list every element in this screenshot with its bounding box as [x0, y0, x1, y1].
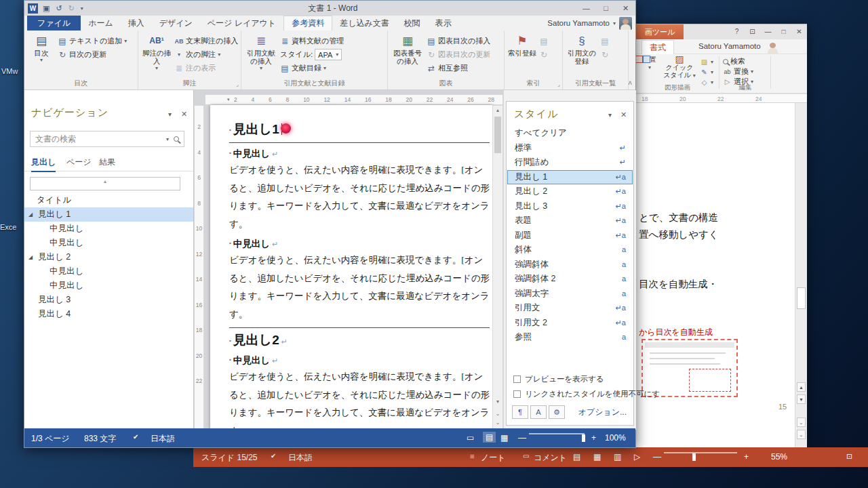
- scrollbar-thumb[interactable]: [797, 287, 806, 309]
- shape-fill-button[interactable]: ▨▾: [700, 57, 713, 67]
- checkbox-icon[interactable]: [513, 390, 521, 398]
- minimize-button[interactable]: —: [760, 24, 776, 39]
- ppt-scrollbar[interactable]: ▲ ▼ ⌄ ⌄: [795, 103, 807, 448]
- horizontal-ruler[interactable]: ▾ 246810121416182022242628: [205, 94, 503, 105]
- style-item[interactable]: 副題↵a: [507, 228, 633, 243]
- slide-counter[interactable]: スライド 15/25: [201, 452, 258, 464]
- style-item[interactable]: 表題↵a: [507, 214, 633, 228]
- nav-item-subheading[interactable]: 中見出し: [24, 222, 193, 236]
- next-page-icon[interactable]: ⌄: [493, 420, 502, 426]
- scroll-down-icon[interactable]: ▾: [493, 399, 502, 405]
- read-mode-icon[interactable]: ▭: [467, 433, 474, 443]
- show-preview-checkbox[interactable]: プレビューを表示する: [513, 374, 604, 384]
- add-text-button[interactable]: ▤テキストの追加▾: [58, 35, 127, 47]
- insert-index-button[interactable]: ▤: [539, 35, 549, 47]
- normal-view-icon[interactable]: ▤: [573, 452, 580, 462]
- tab-home[interactable]: ホーム: [81, 16, 121, 30]
- style-item[interactable]: 引用文↵a: [507, 301, 633, 316]
- nav-item-subheading[interactable]: 中見出し: [24, 264, 193, 279]
- dialog-launcher-icon[interactable]: ⌟: [236, 81, 239, 87]
- restore-button[interactable]: □: [596, 1, 616, 16]
- style-item[interactable]: 斜体a: [507, 243, 633, 258]
- style-item[interactable]: すべてクリア: [507, 126, 633, 141]
- page-indicator[interactable]: 1/3 ページ: [31, 433, 70, 445]
- new-style-button[interactable]: ¶: [512, 405, 528, 419]
- nav-item-heading1[interactable]: ◢見出し 1: [24, 207, 193, 222]
- next-footnote-button[interactable]: ▾次の脚注▾: [174, 48, 238, 61]
- style-item[interactable]: 強調太字a: [507, 287, 633, 302]
- desktop-icon-label-excel[interactable]: Exce: [0, 223, 16, 231]
- save-icon[interactable]: ▣: [43, 4, 50, 13]
- zoom-level[interactable]: 100%: [605, 433, 626, 443]
- manage-sources-button[interactable]: ≣資料文献の管理: [280, 35, 344, 47]
- collapse-triangle-icon[interactable]: ◢: [28, 250, 33, 264]
- drawing-tools-contextual-tab[interactable]: 画ツール: [636, 24, 684, 39]
- nav-tab-headings[interactable]: 見出し: [31, 157, 56, 172]
- indent-marker-icon[interactable]: ▾: [227, 97, 230, 102]
- minimize-button[interactable]: —: [576, 1, 596, 16]
- word-count[interactable]: 833 文字: [84, 433, 116, 445]
- close-button[interactable]: ✕: [616, 1, 635, 16]
- tab-insert[interactable]: 挿入: [121, 16, 152, 30]
- pane-close-icon[interactable]: ✕: [620, 110, 627, 119]
- account-name[interactable]: Satoru Yamamoto: [698, 42, 761, 50]
- slideshow-view-icon[interactable]: ▷: [634, 452, 640, 462]
- slide-sorter-view-icon[interactable]: ▦: [593, 452, 601, 462]
- previous-slide-button[interactable]: ▲: [797, 382, 806, 392]
- close-button[interactable]: ✕: [791, 24, 807, 39]
- style-item-selected[interactable]: 見出し 1↵a: [507, 170, 633, 185]
- document-search-input[interactable]: 文書の検索 ▾: [30, 131, 184, 147]
- quick-access-dropdown-icon[interactable]: ▾: [81, 5, 83, 12]
- styles-options-link[interactable]: オプション...: [578, 407, 627, 418]
- update-toc-button[interactable]: ↻目次の更新: [58, 48, 127, 61]
- tab-references[interactable]: 参考資料: [283, 16, 332, 30]
- update-table-of-authorities-button[interactable]: ↻: [600, 48, 610, 61]
- shape-outline-button[interactable]: ✎▾: [700, 67, 713, 77]
- scroll-down-icon[interactable]: ⌄: [797, 418, 806, 427]
- zoom-slider-thumb[interactable]: [692, 453, 696, 461]
- mark-citation-button[interactable]: § 引用文の登録: [565, 32, 599, 77]
- style-item[interactable]: 標準↵: [507, 141, 633, 156]
- restore-button[interactable]: □: [776, 24, 791, 39]
- pane-close-icon[interactable]: ✕: [181, 110, 187, 119]
- insert-endnote-button[interactable]: AB文末脚注の挿入: [174, 35, 238, 47]
- insert-table-of-authorities-button[interactable]: ▤: [600, 35, 610, 47]
- tab-view[interactable]: 表示: [428, 16, 459, 30]
- style-item[interactable]: 参照a: [507, 330, 633, 345]
- scrollbar-thumb[interactable]: [494, 117, 501, 153]
- collapse-ribbon-icon[interactable]: ˄: [628, 79, 632, 87]
- manage-styles-button[interactable]: ⚙: [549, 405, 565, 419]
- user-avatar[interactable]: [619, 17, 632, 30]
- replace-button[interactable]: ab置換▾: [723, 66, 753, 77]
- cross-reference-button[interactable]: ⇄相互参照: [427, 62, 490, 75]
- desktop-icon-label-vmware[interactable]: VMw: [1, 67, 18, 75]
- web-layout-icon[interactable]: ▦: [500, 433, 508, 443]
- insert-table-of-figures-button[interactable]: ▤図表目次の挿入: [427, 35, 490, 47]
- print-layout-icon[interactable]: ▤: [483, 432, 496, 443]
- insert-caption-button[interactable]: ▦ 図表番号の挿入: [390, 32, 425, 77]
- mark-index-entry-button[interactable]: ⚑ 索引登録: [507, 32, 538, 77]
- nav-item-heading4[interactable]: 見出し 4: [24, 307, 193, 321]
- jump-to-top-box[interactable]: ▴: [30, 177, 180, 190]
- fit-slide-to-window-icon[interactable]: ⊡: [846, 452, 852, 461]
- language-status[interactable]: 日本語: [288, 452, 313, 464]
- nav-item-title[interactable]: タイトル: [24, 193, 193, 207]
- reading-view-icon[interactable]: ▥: [614, 452, 621, 462]
- quick-styles-button[interactable]: ▨ クイック スタイル ▾: [663, 56, 696, 79]
- search-icon[interactable]: [174, 136, 179, 142]
- nav-tab-pages[interactable]: ページ: [66, 157, 92, 168]
- toc-button[interactable]: ▤ 目次 ▾: [26, 32, 56, 77]
- insert-footnote-button[interactable]: AB¹ 脚注の挿入 ▾: [140, 32, 173, 77]
- style-item[interactable]: 見出し 3↵a: [507, 199, 633, 214]
- collapse-triangle-icon[interactable]: ◢: [28, 207, 33, 222]
- nav-item-heading2[interactable]: ◢見出し 2: [24, 250, 193, 264]
- nav-item-subheading[interactable]: 中見出し: [24, 279, 193, 293]
- tab-page-layout[interactable]: ページ レイアウト: [200, 16, 283, 30]
- zoom-in-button[interactable]: +: [591, 433, 596, 443]
- vertical-ruler[interactable]: 246810121416182022: [194, 105, 204, 430]
- update-index-button[interactable]: ↻: [539, 48, 549, 61]
- document-scrollbar[interactable]: ▴ ▾ ⌄ ⌄: [492, 105, 503, 430]
- find-button[interactable]: 検索: [723, 56, 753, 66]
- next-slide-button[interactable]: ▼: [797, 394, 806, 404]
- help-icon[interactable]: ?: [729, 24, 745, 39]
